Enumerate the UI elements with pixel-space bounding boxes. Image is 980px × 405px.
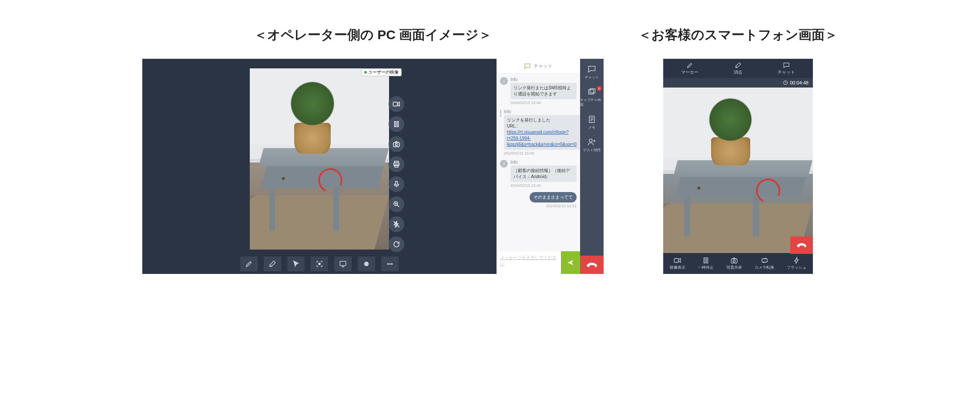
issued-link[interactable]: https://rt.visuamall.com/cl/login?r=259-… xyxy=(507,130,577,147)
focus-tool[interactable] xyxy=(311,256,328,271)
capture-button[interactable] xyxy=(389,136,404,152)
hangup-button[interactable] xyxy=(580,256,604,274)
chat-message: i Info リンクを発行しました URL : https://rt.visua… xyxy=(500,109,577,155)
video-area: ユーザーの映像 xyxy=(142,67,497,254)
phone-video xyxy=(663,88,813,253)
sidebar-captures[interactable]: 0 キャプチャ画面 xyxy=(580,88,604,107)
eraser-tool[interactable] xyxy=(264,256,281,271)
phone-video-toggle[interactable]: 映像表示 xyxy=(670,256,685,270)
chat-body: i Info リンク発行またはSMS招待より通話を開始できます 2024/02/… xyxy=(497,74,580,251)
chat-input[interactable] xyxy=(497,251,561,274)
more-tool[interactable] xyxy=(381,256,399,271)
sidebar-notes[interactable]: メモ xyxy=(587,115,596,130)
zoom-button[interactable] xyxy=(389,196,404,212)
chat-panel: チャット i Info リンク発行またはSMS招待より通話を開始できます 202… xyxy=(497,59,580,274)
sidebar-chat[interactable]: チャット xyxy=(585,65,599,80)
operator-app: ユーザーの映像 xyxy=(142,59,604,274)
chat-title: チャット xyxy=(534,63,553,69)
bottom-toolbar xyxy=(142,254,497,274)
phone-marker-button[interactable]: マーカー xyxy=(681,62,698,75)
flash-off-button[interactable] xyxy=(389,216,404,232)
chat-message: i Info ［顧客の接続情報］（接続デバイス：Android） 2024/02… xyxy=(500,160,577,188)
capture-count-badge: 0 xyxy=(597,86,602,91)
call-timer: 00:04:48 xyxy=(663,78,813,88)
phone-erase-button[interactable]: 消去 xyxy=(734,62,742,75)
cursor-tool[interactable] xyxy=(287,256,305,271)
phone-hangup-button[interactable] xyxy=(790,236,813,254)
chat-header: チャット xyxy=(497,59,580,74)
phone-chat-button[interactable]: チャット xyxy=(778,62,795,75)
pause-button[interactable] xyxy=(389,116,404,132)
chat-link-bubble: リンクを発行しました URL : https://rt.visuamall.co… xyxy=(504,115,580,150)
pencil-tool[interactable] xyxy=(240,256,258,271)
customer-heading: ＜お客様のスマートフォン画面＞ xyxy=(638,26,838,44)
right-sidebar: チャット 0 キャプチャ画面 メモ ゲスト招待 xyxy=(580,59,604,274)
floating-toolbar xyxy=(389,96,404,252)
remote-video xyxy=(250,68,389,250)
phone-pause[interactable]: 一時停止 xyxy=(698,256,714,270)
refresh-button[interactable] xyxy=(389,236,404,252)
shape-tool[interactable] xyxy=(358,256,375,271)
phone-top-toolbar: マーカー 消去 チャット xyxy=(663,59,813,78)
screenshare-tool[interactable] xyxy=(334,256,352,271)
video-source-badge: ユーザーの映像 xyxy=(361,68,402,76)
phone-flash[interactable]: フラッシュ xyxy=(787,256,806,270)
sidebar-invite[interactable]: ゲスト招待 xyxy=(583,138,601,152)
mic-button[interactable] xyxy=(389,176,404,192)
customer-phone: マーカー 消去 チャット 00:04:48 映像表示 xyxy=(663,59,813,274)
phone-switch-camera[interactable]: カメラ転換 xyxy=(755,256,774,270)
print-button[interactable] xyxy=(389,156,404,172)
operator-heading: ＜オペレーター側の PC 画面イメージ＞ xyxy=(254,26,492,44)
video-toggle-button[interactable] xyxy=(389,96,404,112)
send-button[interactable] xyxy=(561,251,580,274)
my-chat-bubble: そのまま止まってて xyxy=(530,192,577,202)
phone-photo-share[interactable]: 写真共有 xyxy=(726,256,742,270)
phone-bottom-toolbar: 映像表示 一時停止 写真共有 カメラ転換 フラッシュ xyxy=(663,253,813,274)
chat-message: i Info リンク発行またはSMS招待より通話を開始できます 2024/02/… xyxy=(500,77,577,105)
